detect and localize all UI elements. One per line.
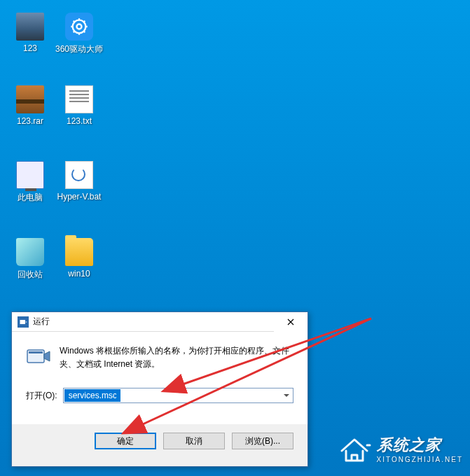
combobox-arrow[interactable] <box>280 394 293 398</box>
open-input[interactable] <box>64 389 120 402</box>
icon-label: win10 <box>68 269 90 279</box>
icon-label: 360驱动大师 <box>55 43 103 55</box>
svg-point-0 <box>77 24 82 29</box>
svg-rect-2 <box>20 320 26 324</box>
dialog-description: Windows 将根据你所输入的名称，为你打开相应的程序、文件夹、文档或 Int… <box>60 344 293 371</box>
run-dialog: 运行 Windows 将根据你所输入的名称，为你打开相应的程序、文件夹、文档或 … <box>11 312 308 467</box>
this-pc-icon <box>16 161 44 189</box>
watermark: 系统之家 XITONGZHIJIA.NET <box>338 435 464 463</box>
watermark-title: 系统之家 <box>377 435 464 456</box>
desktop-icon-bat[interactable]: Hyper-V.bat <box>55 161 104 202</box>
icon-label: 123 <box>23 43 37 53</box>
dialog-title: 运行 <box>33 316 274 328</box>
recycle-bin-icon <box>16 238 44 266</box>
icon-label: 123.rar <box>17 116 43 126</box>
driver-app-icon <box>65 13 93 41</box>
ok-button[interactable]: 确定 <box>95 433 156 449</box>
dialog-button-row: 确定 取消 浏览(B)... <box>12 424 307 458</box>
icon-label: 此电脑 <box>18 192 43 204</box>
run-dialog-icon <box>26 344 51 370</box>
desktop-icon-123[interactable]: 123 <box>6 13 55 53</box>
icon-label: Hyper-V.bat <box>57 192 102 202</box>
open-label: 打开(O): <box>26 390 57 402</box>
input-row: 打开(O): <box>12 379 307 424</box>
watermark-subtitle: XITONGZHIJIA.NET <box>377 456 464 463</box>
svg-rect-4 <box>29 351 43 354</box>
desktop-icon-recycle-bin[interactable]: 回收站 <box>6 238 55 281</box>
cancel-button[interactable]: 取消 <box>163 433 225 449</box>
browse-button[interactable]: 浏览(B)... <box>232 433 293 449</box>
icon-label: 123.txt <box>67 116 92 126</box>
desktop-icon-rar[interactable]: 123.rar <box>6 85 55 126</box>
image-thumbnail-icon <box>16 13 44 41</box>
titlebar[interactable]: 运行 <box>12 312 307 332</box>
bat-file-icon <box>65 161 93 189</box>
watermark-house-icon <box>338 435 371 463</box>
desktop-icon-this-pc[interactable]: 此电脑 <box>6 161 55 204</box>
rar-file-icon <box>16 85 44 113</box>
desktop-icon-win10[interactable]: win10 <box>55 238 104 279</box>
dialog-body: Windows 将根据你所输入的名称，为你打开相应的程序、文件夹、文档或 Int… <box>12 332 307 379</box>
txt-file-icon <box>65 85 93 113</box>
close-button[interactable] <box>274 312 307 332</box>
icon-label: 回收站 <box>18 269 43 281</box>
open-combobox[interactable] <box>63 388 293 403</box>
desktop-icon-txt[interactable]: 123.txt <box>55 85 104 126</box>
run-title-icon <box>18 316 29 328</box>
svg-point-1 <box>73 20 86 34</box>
desktop-icon-360driver[interactable]: 360驱动大师 <box>55 13 104 55</box>
folder-icon <box>65 238 93 266</box>
